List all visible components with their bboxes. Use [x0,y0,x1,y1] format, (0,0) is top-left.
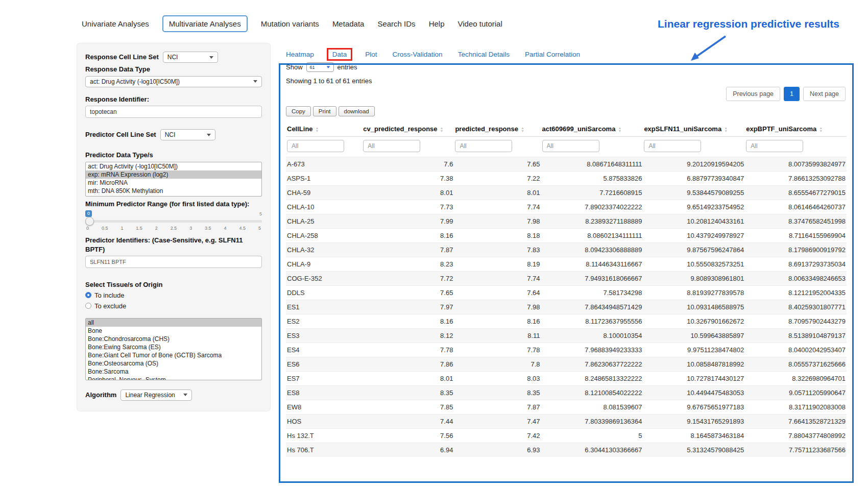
nav-item-search-ids[interactable]: Search IDs [377,16,415,31]
table-row-ew8[interactable]: EW87.857.878.0815396079.676756519771838.… [286,400,847,414]
copy-button[interactable]: Copy [286,106,311,116]
table-row-asps-1[interactable]: ASPS-17.387.225.8758338266.8879773934084… [286,172,847,186]
column-filter-predicted-response[interactable] [455,140,512,152]
slider-track[interactable] [85,220,262,223]
nav-item-mutation-variants[interactable]: Mutation variants [261,16,319,31]
column-header-predicted-response[interactable]: predicted_response▲▼ [454,121,541,137]
value-cell: 6.30441303366667 [541,443,643,457]
current-page-button[interactable]: 1 [784,87,800,101]
tissue-option-bone-sarcoma[interactable]: Bone:Sarcoma [86,368,261,376]
slider-tick: 1 [120,226,123,231]
response-data-type-select[interactable]: act: Drug Activity (-log10[IC50M]) [85,76,262,87]
tab-data[interactable]: Data [327,48,353,61]
cellline-cell: HOS [286,414,362,429]
table-row-a-673[interactable]: A-6737.67.658.086716483111119.2012091959… [286,157,847,172]
table-row-hs-132-t[interactable]: Hs 132.T7.567.4258.16458734631847.880437… [286,429,847,443]
table-row-es4[interactable]: ES47.787.787.968839492333339.97511238474… [286,343,847,357]
tab-plot[interactable]: Plot [365,51,377,58]
tab-technical-details[interactable]: Technical Details [458,51,510,58]
predictor-data-type-option-exp-mrna-expression-log2[interactable]: exp: mRNA Expression (log2) [86,170,261,179]
predictor-cell-line-set-select[interactable]: NCI [160,129,215,140]
nav-item-help[interactable]: Help [429,16,445,31]
algorithm-select[interactable]: Linear Regression [120,389,192,401]
table-row-chla-9[interactable]: CHLA-98.238.198.1144634311666710.5550832… [286,257,847,272]
slider-thumb[interactable] [85,217,94,226]
column-filter-cv-predicted-response[interactable] [363,140,420,152]
tissue-option-peripheral-nervous-system[interactable]: Peripheral_Nervous_System [86,376,261,380]
page: Univariate AnalysesMultivariate Analyses… [0,0,868,488]
table-row-ddls[interactable]: DDLS7.657.647.5817342988.819392778395788… [286,286,847,300]
column-header-expbptf-unisarcoma[interactable]: expBPTF_uniSarcoma▲▼ [745,121,847,137]
tab-cross-validation[interactable]: Cross-Validation [393,51,443,58]
tissue-option-bone-chondrosarcoma-chs[interactable]: Bone:Chondrosarcoma (CHS) [86,335,261,343]
sort-icon[interactable]: ▲▼ [724,127,728,133]
column-filter-expslfn11-unisarcoma[interactable] [644,140,701,152]
table-row-es3[interactable]: ES38.128.118.10001035410.5996438858978.5… [286,329,847,343]
nav-item-univariate-analyses[interactable]: Univariate Analyses [82,16,149,31]
algorithm-group: Algorithm Linear Regression [85,389,262,401]
column-filter-act609699-unisarcoma[interactable] [542,140,599,152]
min-predictor-range-group: Minimum Predictor Range (for first liste… [85,200,262,233]
cellline-cell: A-673 [286,157,362,172]
nav-item-video-tutorial[interactable]: Video tutorial [457,16,502,31]
table-row-hs-706-t[interactable]: Hs 706.T6.946.936.304413033666675.313245… [286,443,847,457]
table-row-chla-258[interactable]: CHLA-2588.168.188.0860213411111110.43792… [286,229,847,243]
page-length-select[interactable]: 61 [306,62,334,72]
table-row-chla-25[interactable]: CHLA-257.997.988.2389327118888910.208124… [286,214,847,229]
slider-tick: 1.5 [136,226,142,231]
table-row-chla-32[interactable]: CHLA-327.877.838.094233068888899.8756759… [286,243,847,257]
column-header-act609699-unisarcoma[interactable]: act609699_uniSarcoma▲▼ [541,121,643,137]
tissue-option-bone-giant-cell-tumor-of-bone-gctb-sarco[interactable]: Bone:Giant Cell Tumor of Bone (GCTB) Sar… [86,351,261,359]
table-row-cha-59[interactable]: CHA-598.018.017.72166089159.538445790892… [286,186,847,200]
print-button[interactable]: Print [313,106,336,116]
table-row-chla-10[interactable]: CHLA-107.737.747.890233740222229.6514923… [286,200,847,214]
show-entries-suffix: entries [337,63,357,71]
sort-icon[interactable]: ▲▼ [819,127,823,133]
sort-icon[interactable]: ▲▼ [521,127,524,133]
table-row-es7[interactable]: ES78.018.038.2486581332222210.7278174430… [286,372,847,386]
tissue-option-bone-ewing-sarcoma-es[interactable]: Bone:Ewing Sarcoma (ES) [86,343,261,351]
predictor-data-type-option-mth-dna-850k-methylation[interactable]: mth: DNA 850K Methylation [86,187,261,195]
tissue-label: Select Tissue/s of Origin [85,280,262,289]
download-button[interactable]: download [339,106,375,116]
predictor-data-type-option-act-drug-activity-log10-ic50m[interactable]: act: Drug Activity (-log10[IC50M]) [86,162,261,170]
response-cell-line-set-select[interactable]: NCI [163,52,218,63]
predictor-data-types-listbox[interactable]: act: Drug Activity (-log10[IC50M])exp: m… [85,162,262,197]
tab-heatmap[interactable]: Heatmap [286,51,314,58]
table-row-hos[interactable]: HOS7.447.477.803398691363649.15431765291… [286,414,847,429]
min-range-slider[interactable]: 0 5 00.511.522.533.544.55 [85,211,262,233]
table-row-es2[interactable]: ES28.168.168.1172363795555610.3267901662… [286,314,847,329]
tissue-option-bone[interactable]: Bone [86,327,261,335]
tissue-option-bone-osteosarcoma-os[interactable]: Bone:Osteosarcoma (OS) [86,359,261,368]
tissue-listbox[interactable]: allBoneBone:Chondrosarcoma (CHS)Bone:Ewi… [85,318,262,380]
predictor-identifiers-input[interactable] [85,256,262,268]
tissue-radios: To includeTo exclude [85,291,262,310]
response-data-type-label: Response Data Type [85,65,262,74]
nav-item-multivariate-analyses[interactable]: Multivariate Analyses [162,15,248,32]
predictor-data-type-option-mir-microrna[interactable]: mir: MicroRNA [86,179,261,187]
radio-to-include[interactable]: To include [85,291,262,299]
column-header-cellline[interactable]: CellLine▲▼ [286,121,362,137]
table-row-cog-e-352[interactable]: COG-E-3527.727.747.949316180666679.80893… [286,272,847,286]
tissue-option-all[interactable]: all [86,319,261,327]
table-row-es1[interactable]: ES17.977.987.8643494857142910.0931486588… [286,300,847,314]
sort-icon[interactable]: ▲▼ [618,127,621,133]
radio-to-exclude[interactable]: To exclude [85,302,262,310]
response-data-type-group: Response Data Type act: Drug Activity (-… [85,65,262,87]
column-filter-expbptf-unisarcoma[interactable] [746,140,803,152]
value-cell: 8.01 [362,186,454,200]
table-row-es6[interactable]: ES67.867.87.8623063772222210.08584878189… [286,357,847,372]
value-cell: 7.89023374022222 [541,200,643,214]
tab-partial-correlation[interactable]: Partial Correlation [525,51,580,58]
table-row-es8[interactable]: ES88.358.358.1210085402222210.4494475483… [286,386,847,400]
next-page-button[interactable]: Next page [803,87,846,101]
sort-icon[interactable]: ▲▼ [440,127,444,133]
value-cell: 10.2081240433161 [643,214,745,229]
response-identifier-input[interactable] [85,106,262,118]
nav-item-metadata[interactable]: Metadata [332,16,365,31]
column-header-cv-predicted-response[interactable]: cv_predicted_response▲▼ [362,121,454,137]
previous-page-button[interactable]: Previous page [726,87,780,101]
sort-icon[interactable]: ▲▼ [316,127,319,133]
column-filter-cellline[interactable] [287,140,344,152]
column-header-expslfn11-unisarcoma[interactable]: expSLFN11_uniSarcoma▲▼ [643,121,745,137]
